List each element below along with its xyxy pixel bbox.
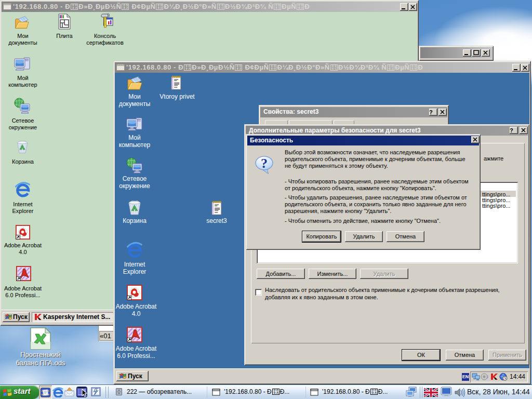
svg-text:?: ? xyxy=(261,156,268,171)
